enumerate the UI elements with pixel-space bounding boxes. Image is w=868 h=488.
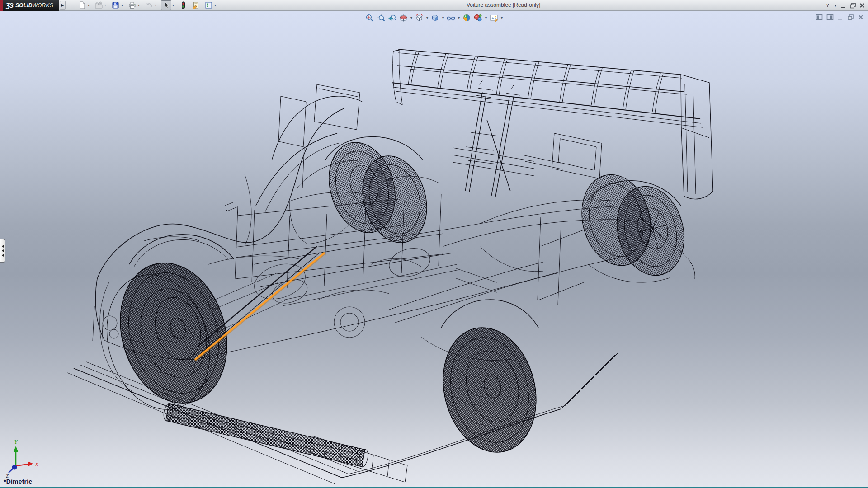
solidworks-logo: ƷS SOLIDWORKS: [0, 0, 59, 11]
view-orientation-button[interactable]: [415, 13, 424, 23]
restore-icon: [849, 2, 856, 9]
logo-wordmark: SOLIDWORKS: [15, 2, 53, 9]
save-button[interactable]: [111, 0, 120, 10]
zoom-to-area-button[interactable]: [376, 13, 386, 23]
print-button[interactable]: [127, 0, 137, 10]
display-style-dropdown[interactable]: ▾: [442, 16, 444, 20]
view-settings-picture-icon: [490, 14, 498, 22]
file-properties-button[interactable]: [191, 0, 201, 10]
section-cube-icon: [399, 14, 408, 22]
wireframe-car-model[interactable]: Y X Z: [0, 11, 868, 488]
rear-wing: [392, 49, 713, 199]
file-properties-icon: [192, 1, 200, 9]
right-pane-toggle-button[interactable]: [826, 14, 834, 20]
document-title: Voiture assomblee [Read-only]: [467, 2, 540, 8]
collapse-arrow-icon: [2, 254, 4, 257]
collapse-arrow-icon: [2, 245, 4, 248]
right-pane-toggle-icon: [826, 14, 834, 20]
edit-appearance-button[interactable]: [473, 13, 483, 23]
save-dropdown[interactable]: ▾: [121, 3, 123, 7]
wing-struts: [465, 80, 520, 197]
svg-text:?: ?: [826, 2, 829, 9]
minimize-icon: [837, 14, 844, 20]
close-icon: [859, 2, 865, 9]
undo-dropdown: ▾: [155, 3, 156, 7]
open-dropdown: ▾: [104, 3, 106, 7]
new-dropdown[interactable]: ▾: [88, 3, 90, 7]
minimize-button[interactable]: [840, 2, 847, 9]
traffic-light-icon: [179, 1, 187, 9]
wheel-front-left: [90, 250, 243, 422]
select-dropdown[interactable]: ▾: [172, 3, 174, 7]
help-button[interactable]: ?: [825, 2, 831, 9]
display-style-cube-icon: [431, 14, 439, 22]
section-view-button[interactable]: [399, 13, 408, 23]
open-folder-icon: [95, 1, 103, 9]
eyeglasses-icon: [447, 14, 455, 22]
view-settings-dropdown[interactable]: ▾: [501, 16, 503, 20]
titlebar: ƷS SOLIDWORKS ▶ ▾ ▾: [0, 0, 868, 11]
right-arrow-icon: ▶: [61, 3, 64, 7]
collapse-arrow-icon: [2, 249, 4, 252]
options-dropdown[interactable]: ▾: [214, 3, 216, 7]
options-checklist-icon: [205, 1, 212, 9]
left-pane-toggle-button[interactable]: [816, 14, 823, 20]
y-axis-label: Y: [14, 439, 18, 445]
headsup-view-toolbar: ▾ ▾ ▾ ▾: [363, 13, 505, 23]
window-controls: ? ▾: [825, 0, 865, 11]
view-settings-button[interactable]: [489, 13, 499, 23]
scene-sphere-icon: [462, 14, 471, 22]
logo-3ds-mark: ƷS: [6, 2, 13, 9]
view-orientation-dropdown[interactable]: ▾: [426, 16, 428, 20]
restore-icon: [847, 14, 854, 20]
save-floppy-icon: [112, 1, 119, 9]
z-axis-ball: [12, 465, 17, 470]
document-minimize-button[interactable]: [837, 14, 844, 20]
options-button[interactable]: [204, 0, 213, 10]
new-document-button[interactable]: [77, 0, 87, 10]
rebuild-button[interactable]: [179, 0, 188, 10]
previous-view-button[interactable]: [387, 13, 397, 23]
undo-button[interactable]: [144, 0, 154, 10]
undo-arrow-icon: [145, 1, 153, 9]
hide-show-items-dropdown[interactable]: ▾: [458, 16, 460, 20]
view-orientation-label: *Dimetric: [4, 478, 32, 485]
wheel-rear-left: [430, 318, 549, 462]
apply-scene-button[interactable]: [462, 13, 472, 23]
appearance-spheres-icon: [474, 14, 482, 22]
minimize-icon: [840, 2, 847, 9]
document-restore-button[interactable]: [847, 14, 854, 20]
y-axis-arrow: [14, 446, 19, 452]
new-document-icon: [78, 1, 86, 9]
edit-appearance-dropdown[interactable]: ▾: [485, 16, 487, 20]
reference-triad: Y X Z: [6, 439, 38, 479]
restore-button[interactable]: [849, 2, 856, 9]
x-axis-label: X: [34, 461, 38, 468]
display-style-button[interactable]: [430, 13, 440, 23]
open-button[interactable]: [94, 0, 104, 10]
left-pane-toggle-icon: [816, 14, 823, 20]
select-cursor-icon: [162, 1, 170, 9]
toolbar-flyout-button[interactable]: ▶: [60, 1, 66, 10]
help-icon: ?: [825, 2, 831, 9]
close-icon: [858, 14, 864, 20]
main-toolbar: ▾ ▾ ▾ ▾: [77, 0, 217, 11]
section-view-dropdown[interactable]: ▾: [410, 16, 412, 20]
x-axis-arrow: [28, 461, 33, 467]
previous-view-icon: [388, 14, 396, 22]
hide-show-items-button[interactable]: [446, 13, 456, 23]
help-dropdown[interactable]: ▾: [835, 4, 836, 8]
magnifier-area-icon: [377, 14, 385, 22]
document-close-button[interactable]: [858, 14, 864, 20]
orientation-cube-icon: [415, 14, 424, 22]
feature-manager-collapsed-tab[interactable]: [0, 239, 5, 263]
graphics-viewport[interactable]: Y X Z: [0, 11, 868, 488]
print-dropdown[interactable]: ▾: [138, 3, 140, 7]
magnifier-fit-icon: [365, 14, 374, 22]
printer-icon: [128, 1, 136, 9]
zoom-to-fit-button[interactable]: [365, 13, 374, 23]
select-button[interactable]: [161, 0, 171, 10]
close-button[interactable]: [859, 2, 865, 9]
side-mesh-tube: [162, 403, 369, 468]
document-window-controls: [816, 14, 864, 20]
